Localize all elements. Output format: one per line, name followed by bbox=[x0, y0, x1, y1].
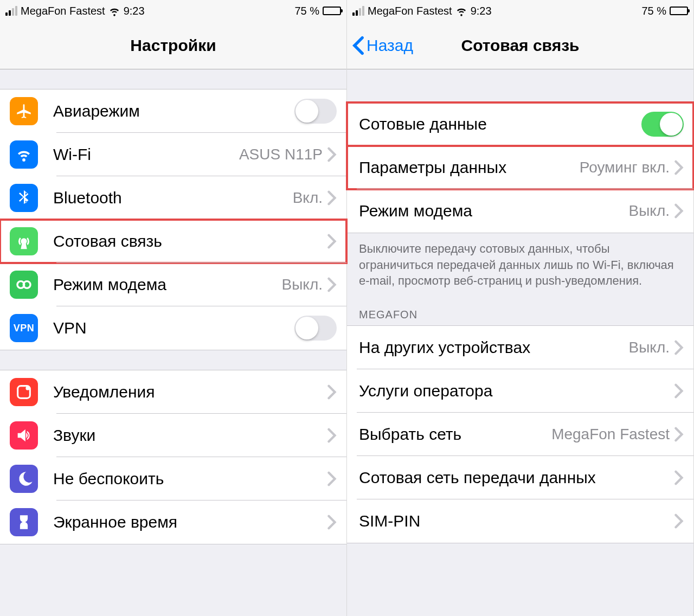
row-label: Звуки bbox=[53, 426, 327, 445]
row-carrier-services[interactable]: Услуги оператора bbox=[347, 369, 693, 413]
notifications-icon bbox=[10, 378, 38, 406]
row-label: Режим модема bbox=[359, 202, 629, 220]
battery-icon bbox=[323, 7, 341, 15]
row-label: Wi-Fi bbox=[53, 145, 239, 164]
sounds-icon bbox=[10, 421, 38, 450]
row-wifi[interactable]: Wi-Fi ASUS N11P bbox=[0, 133, 346, 176]
row-screentime[interactable]: Экранное время bbox=[0, 501, 346, 544]
settings-group-network: Авиарежим Wi-Fi ASUS N11P Bluetooth Вкл. bbox=[0, 89, 346, 350]
back-button[interactable]: Назад bbox=[347, 36, 413, 55]
signal-icon bbox=[352, 6, 364, 16]
wifi-settings-icon bbox=[10, 140, 38, 169]
row-cellular-data[interactable]: Сотовые данные bbox=[347, 102, 693, 146]
status-time: 9:23 bbox=[124, 5, 145, 17]
row-label: Уведомления bbox=[53, 383, 327, 401]
phone-cellular: MegaFon Fastest 9:23 75 % Назад Сотовая … bbox=[347, 0, 694, 616]
chevron-right-icon bbox=[674, 514, 684, 529]
nav-bar: Назад Сотовая связь bbox=[347, 22, 693, 69]
chevron-right-icon bbox=[327, 515, 337, 530]
row-label: Сотовая сеть передачи данных bbox=[359, 469, 674, 487]
row-data-options[interactable]: Параметры данных Роуминг вкл. bbox=[347, 146, 693, 189]
svg-point-3 bbox=[25, 386, 29, 390]
settings-group-personal: Уведомления Звуки Не беспокоить Экранн bbox=[0, 370, 346, 544]
signal-icon bbox=[5, 6, 17, 16]
row-label: Сотовые данные bbox=[359, 115, 641, 133]
status-time: 9:23 bbox=[471, 5, 492, 17]
status-bar: MegaFon Fastest 9:23 75 % bbox=[347, 0, 693, 22]
airplane-icon bbox=[10, 97, 38, 125]
row-hotspot[interactable]: Режим модема Выкл. bbox=[0, 263, 346, 306]
row-label: VPN bbox=[53, 319, 294, 337]
carrier-label: MegaFon Fastest bbox=[368, 5, 452, 17]
chevron-right-icon bbox=[674, 383, 684, 399]
row-label: Сотовая связь bbox=[53, 232, 327, 251]
page-title: Настройки bbox=[0, 36, 346, 55]
row-label: Bluetooth bbox=[53, 189, 293, 207]
chevron-right-icon bbox=[327, 277, 337, 292]
row-value: Роуминг вкл. bbox=[580, 159, 670, 176]
back-label: Назад bbox=[367, 36, 413, 55]
carrier-header: MEGAFON bbox=[347, 297, 693, 325]
row-sim-pin[interactable]: SIM-PIN bbox=[347, 499, 693, 543]
chevron-right-icon bbox=[327, 190, 337, 206]
row-value: Вкл. bbox=[293, 189, 323, 207]
wifi-icon bbox=[455, 5, 467, 17]
row-label: Экранное время bbox=[53, 513, 327, 531]
row-label: Параметры данных bbox=[359, 158, 580, 177]
chevron-right-icon bbox=[674, 160, 684, 175]
row-label: SIM-PIN bbox=[359, 512, 674, 530]
battery-percent: 75 % bbox=[641, 5, 666, 17]
chevron-right-icon bbox=[674, 340, 684, 355]
chevron-right-icon bbox=[327, 147, 337, 162]
status-bar: MegaFon Fastest 9:23 75 % bbox=[0, 0, 346, 22]
row-value: Выкл. bbox=[282, 276, 323, 293]
row-cellular[interactable]: Сотовая связь bbox=[0, 220, 346, 263]
cellular-group-carrier: На других устройствах Выкл. Услуги опера… bbox=[347, 325, 693, 543]
row-label: Не беспокоить bbox=[53, 470, 327, 488]
battery-icon bbox=[670, 7, 688, 15]
chevron-right-icon bbox=[327, 471, 337, 486]
wifi-icon bbox=[108, 5, 120, 17]
row-value: Выкл. bbox=[629, 202, 670, 220]
row-hotspot[interactable]: Режим модема Выкл. bbox=[347, 189, 693, 233]
row-sounds[interactable]: Звуки bbox=[0, 414, 346, 457]
screentime-icon bbox=[10, 508, 38, 536]
nav-bar: Настройки bbox=[0, 22, 346, 69]
row-notifications[interactable]: Уведомления bbox=[0, 370, 346, 414]
chevron-right-icon bbox=[327, 234, 337, 249]
bluetooth-icon bbox=[10, 184, 38, 212]
row-value: Выкл. bbox=[629, 339, 670, 356]
row-label: Авиарежим bbox=[53, 102, 294, 120]
chevron-right-icon bbox=[674, 470, 684, 485]
footer-help-text: Выключите передачу сотовых данных, чтобы… bbox=[347, 233, 693, 297]
row-label: Режим модема bbox=[53, 275, 282, 294]
row-vpn[interactable]: VPN VPN bbox=[0, 306, 346, 350]
hotspot-icon bbox=[10, 271, 38, 299]
airplane-toggle[interactable] bbox=[294, 99, 337, 124]
dnd-icon bbox=[10, 465, 38, 493]
cellular-data-toggle[interactable] bbox=[641, 112, 684, 137]
carrier-label: MegaFon Fastest bbox=[21, 5, 105, 17]
row-airplane-mode[interactable]: Авиарежим bbox=[0, 89, 346, 133]
phone-settings: MegaFon Fastest 9:23 75 % Настройки Авиа… bbox=[0, 0, 347, 616]
chevron-right-icon bbox=[674, 203, 684, 219]
row-label: Выбрать сеть bbox=[359, 425, 551, 444]
row-label: На других устройствах bbox=[359, 338, 629, 357]
row-value: ASUS N11P bbox=[239, 146, 323, 163]
row-do-not-disturb[interactable]: Не беспокоить bbox=[0, 457, 346, 501]
chevron-right-icon bbox=[327, 384, 337, 400]
row-select-network[interactable]: Выбрать сеть MegaFon Fastest bbox=[347, 413, 693, 456]
row-bluetooth[interactable]: Bluetooth Вкл. bbox=[0, 176, 346, 220]
chevron-right-icon bbox=[327, 428, 337, 443]
row-apn[interactable]: Сотовая сеть передачи данных bbox=[347, 456, 693, 499]
vpn-icon: VPN bbox=[10, 314, 38, 342]
cellular-group-main: Сотовые данные Параметры данных Роуминг … bbox=[347, 102, 693, 233]
chevron-right-icon bbox=[674, 427, 684, 442]
row-value: MegaFon Fastest bbox=[551, 426, 670, 443]
cellular-icon bbox=[10, 227, 38, 255]
row-label: Услуги оператора bbox=[359, 382, 674, 400]
row-other-devices[interactable]: На других устройствах Выкл. bbox=[347, 326, 693, 369]
vpn-toggle[interactable] bbox=[294, 316, 337, 341]
battery-percent: 75 % bbox=[294, 5, 319, 17]
